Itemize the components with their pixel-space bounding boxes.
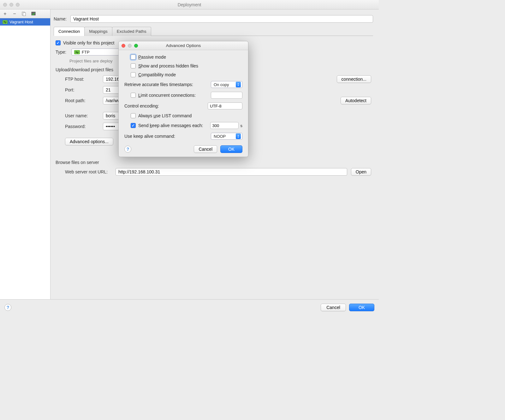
advanced-options-dialog: Advanced Options Passive mode Show and p… bbox=[118, 41, 248, 157]
ok-button[interactable]: OK bbox=[349, 304, 374, 311]
tab-mappings[interactable]: Mappings bbox=[84, 27, 112, 36]
keep-alive-cmd-select[interactable]: NOOP ▴▾ bbox=[211, 133, 242, 140]
ftp-icon: ftp bbox=[3, 20, 8, 24]
cancel-button[interactable]: Cancel bbox=[321, 304, 346, 311]
modal-cancel-button[interactable]: Cancel bbox=[194, 145, 217, 153]
copy-server-button[interactable] bbox=[21, 11, 27, 16]
limit-connections-label: Limit concurrent connections: bbox=[138, 93, 211, 98]
ftp-host-label: FTP host: bbox=[65, 77, 103, 82]
modal-title: Advanced Options bbox=[119, 43, 248, 48]
password-label: Password: bbox=[65, 124, 103, 129]
test-connection-button[interactable]: connection... bbox=[337, 75, 371, 83]
passive-mode-checkbox[interactable] bbox=[131, 55, 136, 60]
remove-server-button[interactable]: − bbox=[12, 11, 17, 16]
ftp-icon: ftp bbox=[74, 50, 80, 54]
modal-ok-button[interactable]: OK bbox=[220, 145, 242, 153]
keep-alive-unit: s bbox=[241, 123, 243, 128]
add-server-button[interactable]: + bbox=[3, 11, 8, 16]
keep-alive-interval-input[interactable] bbox=[210, 122, 239, 129]
keep-alive-cmd-label: Use keep alive command: bbox=[124, 134, 211, 139]
server-list: ftp Vagrant Host bbox=[0, 18, 50, 299]
help-button[interactable]: ? bbox=[4, 304, 11, 311]
limit-connections-input[interactable] bbox=[211, 92, 242, 99]
autodetect-button[interactable]: Autodetect bbox=[341, 97, 371, 104]
advanced-options-button[interactable]: Advanced options... bbox=[65, 138, 113, 145]
server-item-label: Vagrant Host bbox=[9, 20, 33, 24]
port-label: Port: bbox=[65, 87, 103, 92]
tab-bar: Connection Mappings Excluded Paths bbox=[54, 26, 373, 36]
tab-excluded-paths[interactable]: Excluded Paths bbox=[112, 27, 151, 36]
section-browse: Browse files on server bbox=[56, 160, 371, 165]
sidebar: + − ftp Vagrant Host bbox=[0, 9, 50, 299]
web-url-label: Web server root URL: bbox=[65, 169, 116, 174]
sidebar-toolbar: + − bbox=[0, 9, 50, 18]
svg-rect-1 bbox=[23, 13, 26, 16]
root-path-label: Root path: bbox=[65, 98, 103, 103]
window-titlebar: Deployment bbox=[0, 0, 379, 9]
visible-only-label: Visible only for this project bbox=[63, 40, 114, 45]
encoding-label: Control encoding: bbox=[124, 103, 208, 108]
timestamps-label: Retrieve accurate files timestamps: bbox=[124, 82, 211, 87]
use-list-label: Always use LIST command bbox=[138, 113, 192, 118]
name-label: Name: bbox=[54, 16, 67, 21]
compatibility-checkbox[interactable] bbox=[131, 72, 136, 77]
encoding-input[interactable] bbox=[208, 102, 242, 109]
modal-help-button[interactable]: ? bbox=[124, 146, 131, 153]
username-label: User name: bbox=[65, 113, 103, 118]
chevron-updown-icon: ▴▾ bbox=[236, 133, 241, 139]
name-input[interactable] bbox=[70, 15, 373, 23]
visible-only-checkbox[interactable] bbox=[56, 40, 61, 45]
keep-alive-checkbox[interactable] bbox=[131, 123, 136, 128]
keep-alive-label: Send keep alive messages each: bbox=[138, 123, 210, 128]
timestamps-select[interactable]: On copy ▴▾ bbox=[211, 81, 242, 88]
passive-mode-label: Passive mode bbox=[138, 55, 166, 60]
tab-connection[interactable]: Connection bbox=[54, 27, 85, 36]
show-hidden-label: Show and process hidden files bbox=[138, 63, 198, 68]
chevron-updown-icon: ▴▾ bbox=[236, 82, 241, 87]
dialog-footer: ? Cancel OK bbox=[0, 299, 379, 315]
show-hidden-checkbox[interactable] bbox=[131, 63, 136, 68]
compatibility-label: Compatibility mode bbox=[138, 72, 176, 77]
validate-server-button[interactable] bbox=[31, 11, 36, 16]
web-url-input[interactable] bbox=[116, 168, 347, 176]
type-label: Type: bbox=[56, 50, 71, 55]
limit-connections-checkbox[interactable] bbox=[131, 93, 136, 98]
open-url-button[interactable]: Open bbox=[351, 168, 371, 176]
modal-titlebar: Advanced Options bbox=[119, 41, 248, 50]
server-item-vagrant-host[interactable]: ftp Vagrant Host bbox=[0, 18, 50, 26]
use-list-checkbox[interactable] bbox=[131, 113, 136, 118]
window-title: Deployment bbox=[0, 2, 379, 7]
